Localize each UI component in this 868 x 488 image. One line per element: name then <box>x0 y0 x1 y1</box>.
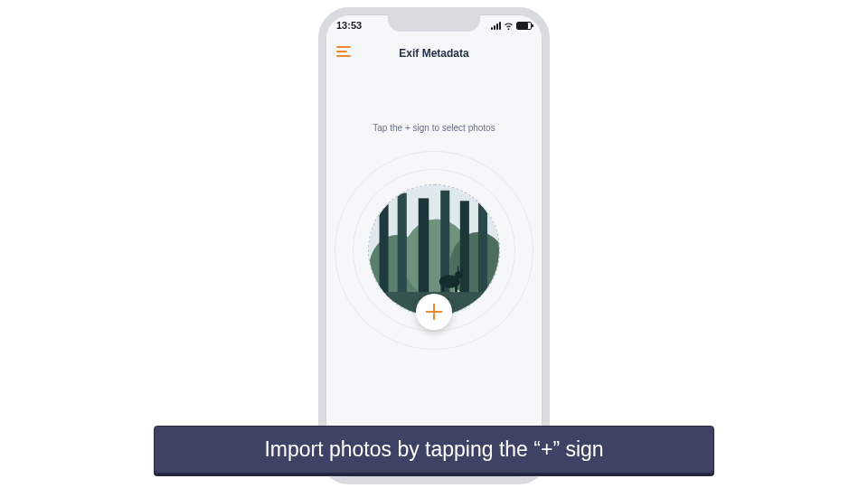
phone-frame: 13:53 Exif Metadata Tap the + sign to se… <box>318 7 550 484</box>
status-time: 13:53 <box>336 20 362 31</box>
svg-rect-4 <box>380 201 389 299</box>
app-title: Exif Metadata <box>399 47 468 60</box>
wifi-icon <box>504 21 514 31</box>
phone-notch <box>388 14 480 32</box>
photo-drop-area <box>335 151 533 350</box>
app-header: Exif Metadata <box>326 40 542 67</box>
svg-rect-11 <box>442 282 445 293</box>
svg-rect-6 <box>419 198 429 305</box>
hint-text: Tap the + sign to select photos <box>373 123 495 133</box>
instruction-caption: Import photos by tapping the “+” sign <box>154 426 714 474</box>
main-content: Tap the + sign to select photos <box>326 123 542 350</box>
svg-rect-14 <box>458 266 458 274</box>
svg-rect-15 <box>461 266 462 274</box>
battery-icon <box>516 22 532 30</box>
add-photo-button[interactable] <box>416 294 452 330</box>
menu-icon[interactable] <box>336 46 351 57</box>
svg-rect-5 <box>398 193 407 303</box>
status-indicators <box>491 21 532 31</box>
signal-icon <box>491 22 501 30</box>
svg-rect-8 <box>460 201 469 305</box>
svg-rect-9 <box>478 196 487 305</box>
svg-rect-12 <box>455 282 458 293</box>
